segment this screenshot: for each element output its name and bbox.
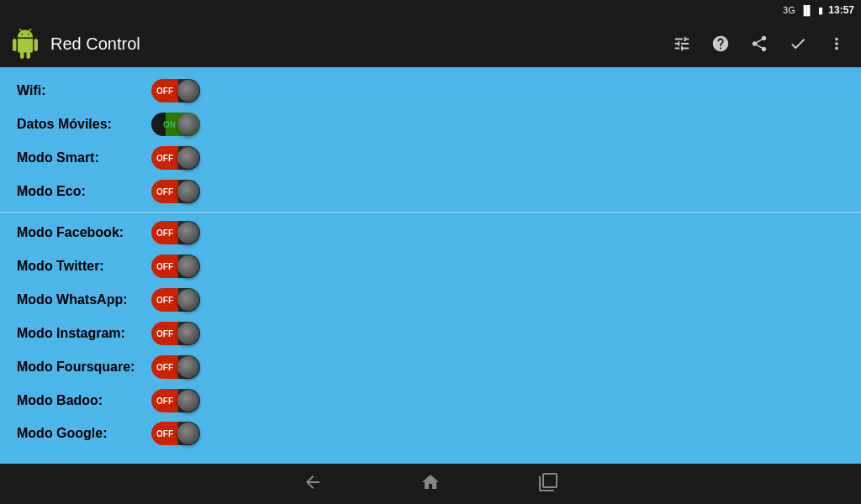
more-options-button[interactable] — [822, 29, 851, 58]
modo-google-row: Modo Google: OFF — [0, 417, 861, 449]
modo-badoo-label: Modo Badoo: — [17, 393, 151, 408]
modo-twitter-label: Modo Twitter: — [17, 259, 151, 274]
modo-google-toggle-knob — [177, 423, 199, 444]
modo-google-label: Modo Google: — [17, 426, 151, 441]
modo-smart-toggle-knob — [177, 147, 199, 169]
help-button[interactable] — [706, 29, 735, 58]
modo-instagram-row: Modo Instagram: OFF — [0, 317, 861, 350]
datos-moviles-label: Datos Móviles: — [17, 117, 151, 132]
modo-badoo-toggle-knob — [177, 390, 199, 412]
modo-eco-label: Modo Eco: — [17, 184, 151, 199]
wifi-toggle-knob — [177, 80, 199, 102]
modo-whatsapp-row: Modo WhatsApp: OFF — [0, 283, 861, 317]
recents-button[interactable] — [531, 465, 565, 503]
modo-instagram-toggle-knob — [177, 323, 199, 344]
modo-twitter-row: Modo Twitter: OFF — [0, 249, 861, 283]
modo-twitter-toggle-label: OFF — [156, 262, 173, 271]
battery-icon: ▮ — [818, 5, 823, 16]
modo-foursquare-row: Modo Foursquare: OFF — [0, 350, 861, 384]
modo-facebook-toggle-label: OFF — [156, 228, 173, 238]
wifi-toggle-label: OFF — [156, 87, 173, 96]
modo-smart-row: Modo Smart: OFF — [0, 141, 861, 175]
settings-group-2: Modo Facebook: OFF Modo Twitter: OFF Mod… — [0, 216, 861, 449]
wifi-label: Wifi: — [17, 83, 151, 98]
modo-foursquare-toggle[interactable]: OFF — [151, 355, 200, 379]
toolbar: Red Control — [0, 20, 861, 67]
share-button[interactable] — [745, 29, 774, 58]
modo-badoo-toggle[interactable]: OFF — [151, 389, 200, 412]
check-button[interactable] — [784, 29, 812, 58]
back-button[interactable] — [296, 465, 330, 503]
modo-google-toggle-label: OFF — [156, 429, 173, 438]
modo-badoo-row: Modo Badoo: OFF — [0, 384, 861, 417]
signal-bars-icon: ▐▌ — [800, 5, 814, 15]
modo-badoo-toggle-label: OFF — [156, 396, 173, 406]
time-display: 13:57 — [828, 4, 854, 16]
modo-eco-toggle[interactable]: OFF — [151, 180, 200, 203]
modo-foursquare-label: Modo Foursquare: — [17, 360, 151, 375]
home-button[interactable] — [414, 465, 447, 503]
modo-whatsapp-toggle[interactable]: OFF — [151, 288, 200, 312]
modo-eco-row: Modo Eco: OFF — [0, 175, 861, 208]
app-title: Red Control — [50, 34, 658, 54]
settings-group-1: Wifi: OFF Datos Móviles: ON Modo Smart: … — [0, 74, 861, 208]
equalizer-button[interactable] — [668, 29, 696, 58]
modo-smart-toggle[interactable]: OFF — [151, 146, 200, 170]
modo-whatsapp-toggle-label: OFF — [156, 296, 173, 305]
modo-smart-toggle-label: OFF — [156, 154, 173, 163]
wifi-row: Wifi: OFF — [0, 74, 861, 108]
wifi-toggle[interactable]: OFF — [151, 79, 200, 102]
modo-facebook-label: Modo Facebook: — [17, 225, 151, 240]
modo-facebook-row: Modo Facebook: OFF — [0, 216, 861, 249]
modo-foursquare-toggle-label: OFF — [156, 363, 173, 372]
modo-whatsapp-label: Modo WhatsApp: — [17, 292, 151, 307]
modo-foursquare-toggle-knob — [177, 356, 199, 378]
modo-smart-label: Modo Smart: — [17, 150, 151, 165]
modo-eco-toggle-knob — [177, 181, 199, 202]
modo-facebook-toggle[interactable]: OFF — [151, 221, 200, 244]
datos-moviles-toggle-label: ON — [163, 120, 176, 129]
modo-facebook-toggle-knob — [177, 222, 199, 244]
modo-whatsapp-toggle-knob — [177, 289, 199, 311]
section-divider — [0, 212, 861, 213]
modo-eco-toggle-label: OFF — [156, 187, 173, 197]
datos-moviles-toggle[interactable]: ON — [151, 113, 200, 136]
modo-instagram-toggle[interactable]: OFF — [151, 322, 200, 345]
datos-moviles-toggle-knob — [177, 113, 199, 135]
modo-instagram-label: Modo Instagram: — [17, 326, 151, 341]
datos-moviles-row: Datos Móviles: ON — [0, 108, 861, 141]
nav-bar — [0, 464, 861, 504]
modo-instagram-toggle-label: OFF — [156, 329, 173, 339]
status-bar: 3G ▐▌ ▮ 13:57 — [0, 0, 861, 20]
android-logo-icon — [10, 29, 40, 59]
signal-icon: 3G — [783, 5, 795, 15]
main-content: Wifi: OFF Datos Móviles: ON Modo Smart: … — [0, 67, 861, 464]
modo-google-toggle[interactable]: OFF — [151, 422, 200, 445]
modo-twitter-toggle[interactable]: OFF — [151, 255, 200, 278]
modo-twitter-toggle-knob — [177, 255, 199, 277]
